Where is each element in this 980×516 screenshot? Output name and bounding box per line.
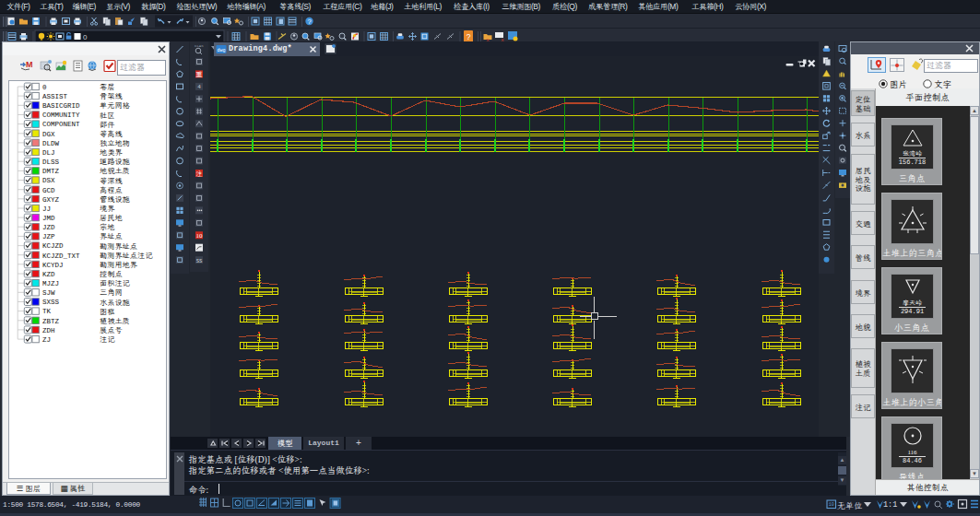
svg-text:勘测用地界: 勘测用地界: [100, 260, 138, 269]
svg-text:SS: SS: [196, 258, 203, 264]
svg-text:COMPONENT: COMPONENT: [42, 121, 80, 128]
svg-text:ZDH: ZDH: [42, 327, 55, 334]
svg-text:0: 0: [83, 33, 88, 41]
svg-text:控制点: 控制点: [100, 269, 123, 278]
svg-text:JZP: JZP: [42, 233, 55, 240]
svg-text:COMMUNITY: COMMUNITY: [42, 111, 80, 119]
svg-text:重: 重: [196, 70, 203, 78]
svg-text:ZJ: ZJ: [42, 336, 51, 344]
svg-text:图框: 图框: [100, 307, 115, 316]
svg-text:DGX: DGX: [42, 131, 55, 138]
svg-text:等深线: 等深线: [100, 176, 123, 185]
svg-text:SXSS: SXSS: [42, 299, 60, 306]
svg-text:ASSIST: ASSIST: [42, 93, 68, 100]
svg-text:JMD: JMD: [42, 215, 55, 222]
svg-text:M: M: [26, 60, 33, 69]
svg-text:DLDW: DLDW: [42, 140, 60, 147]
svg-text:注: 注: [196, 170, 203, 178]
svg-text:独立地物: 独立地物: [100, 138, 130, 147]
svg-text:管线设施: 管线设施: [100, 194, 130, 204]
svg-text:零层: 零层: [100, 82, 114, 91]
svg-text:BASICGRID: BASICGRID: [42, 102, 80, 110]
svg-text:单元网格: 单元网格: [100, 100, 131, 110]
svg-text:勘测界址点注记: 勘测界址点注记: [100, 251, 153, 260]
svg-text:dwg: dwg: [217, 48, 225, 53]
svg-text:DLJ: DLJ: [42, 149, 55, 157]
svg-text:MJZJ: MJZJ: [42, 280, 59, 287]
svg-text:CLAS: CLAS: [195, 44, 204, 48]
svg-text:JZD: JZD: [42, 224, 55, 231]
svg-text:SJW: SJW: [42, 289, 55, 297]
svg-text:4: 4: [197, 84, 201, 90]
svg-text:KCJZD_TXT: KCJZD_TXT: [42, 252, 80, 260]
svg-text:部件: 部件: [100, 120, 114, 129]
svg-text:DLSS: DLSS: [42, 158, 60, 166]
svg-text:面积注记: 面积注记: [100, 278, 131, 287]
svg-text:?: ?: [307, 18, 311, 26]
svg-text:DMTZ: DMTZ: [42, 168, 60, 175]
svg-text:骨架线: 骨架线: [100, 91, 123, 100]
svg-text:居民地: 居民地: [100, 213, 123, 222]
svg-text:注记: 注记: [100, 334, 115, 344]
svg-text:水系设施: 水系设施: [100, 298, 130, 307]
svg-text:勘测界址点: 勘测界址点: [100, 241, 137, 251]
svg-text:ZBTZ: ZBTZ: [42, 318, 60, 325]
svg-text:界址点: 界址点: [100, 231, 123, 240]
svg-text:GXYZ: GXYZ: [42, 196, 60, 204]
svg-text:三角网: 三角网: [100, 287, 123, 297]
svg-text:TK: TK: [42, 308, 52, 315]
svg-text:等高线: 等高线: [100, 129, 123, 138]
svg-text:植被土质: 植被土质: [100, 316, 130, 325]
svg-text:KZD: KZD: [42, 271, 55, 278]
svg-text:宗地: 宗地: [100, 222, 114, 231]
svg-text:展点号: 展点号: [100, 325, 123, 334]
svg-text:0: 0: [42, 84, 47, 91]
svg-text:道路设施: 道路设施: [100, 157, 130, 166]
svg-text:10: 10: [829, 502, 834, 508]
svg-text:DSX: DSX: [42, 177, 55, 184]
svg-text:10: 10: [196, 231, 204, 240]
svg-text:KCYDJ: KCYDJ: [42, 262, 64, 269]
svg-text:地貌土质: 地貌土质: [100, 166, 130, 175]
svg-text:?: ?: [466, 32, 471, 41]
svg-text:高程点: 高程点: [100, 185, 123, 194]
svg-text:JJ: JJ: [42, 205, 51, 213]
svg-text:GCD: GCD: [42, 187, 55, 194]
svg-text:地类界: 地类界: [100, 147, 123, 157]
svg-text:KCJZD: KCJZD: [42, 242, 64, 250]
svg-text:社区: 社区: [100, 111, 114, 120]
svg-text:境界: 境界: [100, 204, 115, 213]
